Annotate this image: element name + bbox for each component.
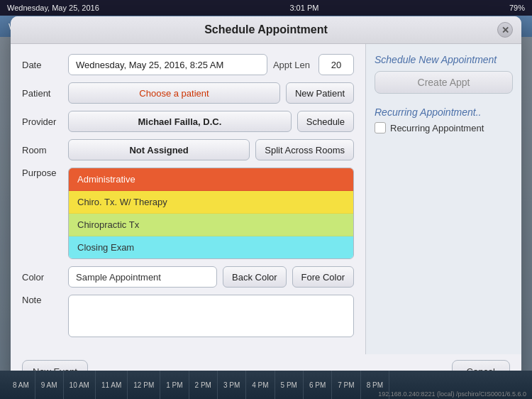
modal-title: Schedule Appointment (204, 23, 328, 35)
close-button[interactable]: ✕ (497, 22, 513, 38)
schedule-new-link[interactable]: Schedule New Appointment (375, 54, 513, 65)
room-label: Room (22, 145, 68, 155)
time-slot-11am: 11 AM (96, 371, 128, 399)
note-row: Note (22, 295, 354, 337)
date-controls: Appt Len (68, 54, 354, 75)
split-across-rooms-button[interactable]: Split Across Rooms (255, 139, 354, 160)
note-textarea[interactable] (68, 295, 354, 337)
status-time: 3:01 PM (289, 4, 318, 12)
provider-controls: Michael Failla, D.C. Schedule (68, 111, 354, 132)
not-assigned-button[interactable]: Not Assigned (68, 139, 250, 160)
date-row: Date Appt Len (22, 54, 354, 75)
purpose-item-chiro-therapy[interactable]: Chiro. Tx. W/ Therapy (69, 191, 353, 214)
room-controls: Not Assigned Split Across Rooms (68, 139, 354, 160)
recurring-checkbox[interactable] (375, 122, 386, 133)
time-slot-4pm: 4 PM (246, 371, 275, 399)
bottom-bar: 8 AM 9 AM 10 AM 11 AM 12 PM 1 PM 2 PM 3 … (0, 371, 532, 399)
recurring-section: Recurring Appointment.. Recurring Appoin… (375, 106, 513, 133)
time-slot-8am: 8 AM (7, 371, 35, 399)
recurring-checkbox-row: Recurring Appointment (375, 122, 513, 133)
time-slot-5pm: 5 PM (275, 371, 304, 399)
patient-controls: Choose a patient New Patient (68, 82, 354, 104)
purpose-row: Purpose Administrative Chiro. Tx. W/ The… (22, 168, 354, 259)
appt-len-label: Appt Len (273, 60, 310, 70)
date-label: Date (22, 60, 68, 70)
color-label: Color (22, 272, 68, 283)
provider-button[interactable]: Michael Failla, D.C. (68, 111, 292, 132)
version-text: 192.168.0.240:8221 (local) /pschiro/CIS0… (378, 390, 526, 398)
recurring-label[interactable]: Recurring Appointment.. (375, 106, 513, 118)
sidebar: Schedule New Appointment Create Appt Rec… (365, 44, 521, 354)
time-slot-6pm: 6 PM (304, 371, 332, 399)
purpose-item-chiropractic[interactable]: Chiropractic Tx (69, 214, 353, 236)
room-row: Room Not Assigned Split Across Rooms (22, 139, 354, 160)
modal-body: Date Appt Len Patient Choose a patient N… (11, 44, 521, 354)
color-sample: Sample Appointment (68, 266, 217, 288)
patient-row: Patient Choose a patient New Patient (22, 82, 354, 104)
color-controls: Sample Appointment Back Color Fore Color (68, 266, 354, 288)
purpose-label: Purpose (22, 168, 68, 178)
fore-color-button[interactable]: Fore Color (292, 266, 354, 288)
time-slot-7pm: 7 PM (332, 371, 360, 399)
time-slot-2pm: 2 PM (189, 371, 218, 399)
patient-label: Patient (22, 88, 68, 99)
schedule-appointment-modal: Schedule Appointment ✕ Date Appt Len (11, 16, 521, 391)
time-slot-10am: 10 AM (64, 371, 96, 399)
form-area: Date Appt Len Patient Choose a patient N… (11, 44, 365, 354)
time-slot-1pm: 1 PM (160, 371, 189, 399)
purpose-list: Administrative Chiro. Tx. W/ Therapy Chi… (68, 168, 354, 259)
time-slot-9am: 9 AM (35, 371, 64, 399)
purpose-item-administrative[interactable]: Administrative (69, 168, 353, 191)
schedule-button[interactable]: Schedule (297, 111, 354, 132)
status-bar: Wednesday, May 25, 2016 3:01 PM 79% (0, 0, 532, 16)
provider-row: Provider Michael Failla, D.C. Schedule (22, 111, 354, 132)
status-date: Wednesday, May 25, 2016 (7, 4, 99, 12)
new-patient-button[interactable]: New Patient (286, 82, 354, 104)
back-color-button[interactable]: Back Color (223, 266, 287, 288)
provider-label: Provider (22, 116, 68, 127)
appt-len-input[interactable] (318, 54, 354, 75)
color-row: Color Sample Appointment Back Color Fore… (22, 266, 354, 288)
date-input[interactable] (68, 54, 267, 75)
create-appt-button[interactable]: Create Appt (375, 71, 513, 94)
note-label: Note (22, 295, 68, 305)
modal-header: Schedule Appointment ✕ (11, 16, 521, 44)
purpose-item-closing[interactable]: Closing Exam (69, 236, 353, 258)
time-slot-3pm: 3 PM (218, 371, 246, 399)
recurring-checkbox-label: Recurring Appointment (390, 123, 484, 133)
status-battery: 79% (509, 4, 525, 12)
time-slot-12pm: 12 PM (128, 371, 160, 399)
choose-patient-button[interactable]: Choose a patient (68, 82, 280, 104)
modal-overlay: Schedule Appointment ✕ Date Appt Len (0, 37, 532, 371)
